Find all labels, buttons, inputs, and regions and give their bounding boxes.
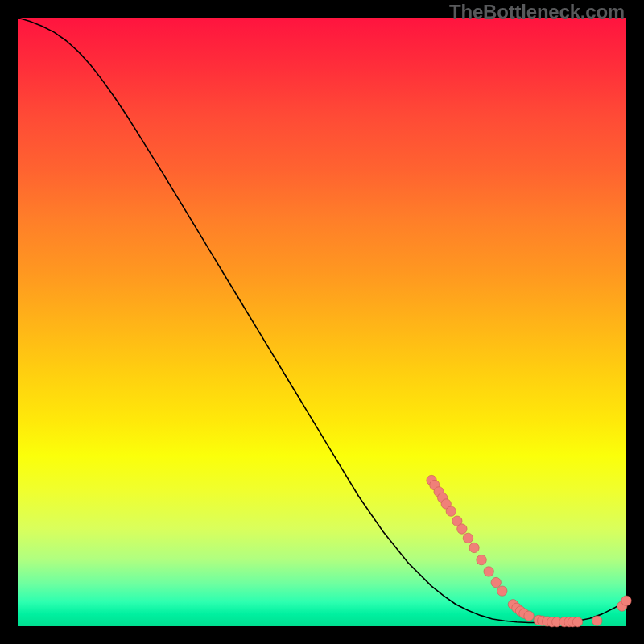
data-marker <box>477 555 486 564</box>
data-marker <box>484 567 493 576</box>
data-marker <box>491 577 501 587</box>
data-marker <box>446 506 456 516</box>
data-marker <box>463 533 473 543</box>
chart-overlay <box>18 18 626 626</box>
data-marker <box>592 616 602 625</box>
data-marker <box>497 586 507 596</box>
bottleneck-curve <box>18 18 626 622</box>
data-marker <box>469 543 479 552</box>
chart-stage: TheBottleneck.com <box>0 0 644 644</box>
data-markers <box>427 475 631 627</box>
data-marker <box>572 617 582 627</box>
data-marker <box>524 611 534 621</box>
data-marker <box>621 596 631 605</box>
data-marker <box>457 524 467 534</box>
